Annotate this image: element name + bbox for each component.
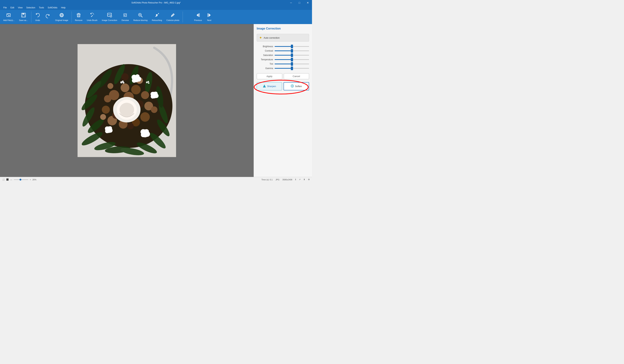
svg-point-95 [123, 82, 125, 84]
svg-point-97 [148, 81, 149, 82]
tint-slider[interactable] [275, 64, 309, 64]
brightness-slider[interactable] [275, 46, 309, 47]
saturation-row: Saturation [257, 54, 309, 56]
main-area: Image Correction ✦ Auto correction Brigh… [0, 24, 312, 177]
brightness-label: Brightness [257, 45, 273, 48]
svg-point-14 [123, 13, 124, 14]
menu-help[interactable]: Help [59, 6, 68, 9]
reduce-blurring-button[interactable]: Reduce blurring [131, 11, 149, 23]
right-panel: Image Correction ✦ Auto correction Brigh… [254, 24, 312, 177]
save-as-button[interactable]: Save as... [17, 11, 30, 23]
denoise-icon [123, 13, 128, 18]
colorize-button[interactable]: Colorize photo [165, 11, 181, 23]
save-icon[interactable]: ⬇ [303, 178, 305, 181]
cancel-button[interactable]: Cancel [284, 73, 309, 79]
svg-point-15 [126, 13, 127, 14]
canvas-image [0, 24, 254, 177]
remove-button[interactable]: Remove [73, 11, 84, 23]
time-label: Time (s): 0.1 [261, 179, 273, 181]
svg-marker-27 [208, 13, 211, 17]
undo-brush-label: Undo Brush [87, 19, 97, 21]
contrast-slider[interactable] [275, 50, 309, 51]
gamma-slider[interactable] [275, 68, 309, 69]
format-label: JPG [276, 179, 279, 181]
saturation-slider[interactable] [275, 55, 309, 56]
soften-icon [291, 84, 294, 88]
undo-label: Undo [35, 19, 40, 21]
svg-rect-6 [23, 15, 25, 17]
zoom-slider-container [14, 179, 28, 180]
svg-point-77 [132, 78, 136, 83]
sharpen-soften-row: Sharpen Soften [257, 82, 309, 90]
svg-point-57 [102, 106, 110, 114]
zoom-level: 26% [32, 179, 36, 181]
menu-selection[interactable]: Selection [25, 6, 37, 9]
soften-button[interactable]: Soften [284, 82, 309, 90]
svg-rect-0 [7, 14, 10, 17]
svg-point-16 [126, 16, 127, 17]
tint-row: Tint [257, 63, 309, 65]
apply-button[interactable]: Apply [257, 73, 282, 79]
toolbar: Add File(s)... Save as... Undo [0, 10, 312, 24]
slider-group: Brightness Contrast Saturation [257, 45, 309, 69]
divider-1 [31, 11, 31, 23]
svg-point-81 [154, 94, 158, 98]
menu-file[interactable]: File [1, 6, 9, 9]
temperature-slider[interactable] [275, 59, 309, 60]
add-files-icon [6, 13, 11, 18]
original-image-button[interactable]: Original Image [53, 11, 70, 23]
window-title: SoftOrbits Photo Retoucher Pro - IMG_460… [131, 1, 181, 4]
menu-tools[interactable]: Tools [37, 6, 46, 9]
selection-icon: ⬛ [6, 178, 9, 181]
svg-point-76 [136, 76, 141, 82]
minimize-button[interactable]: ─ [287, 0, 295, 5]
svg-point-82 [151, 94, 155, 99]
svg-point-69 [127, 123, 134, 129]
svg-point-66 [121, 73, 129, 81]
zoom-slider[interactable] [14, 179, 28, 180]
menu-edit[interactable]: Edit [9, 6, 16, 9]
status-right: Time (s): 0.1 JPG 3580x2408 ℹ ↗ ⬇ ⚙ [261, 178, 310, 181]
svg-marker-99 [263, 85, 266, 88]
undo-brush-button[interactable]: Undo Brush [85, 11, 99, 23]
redo-icon [45, 14, 50, 20]
info-icon[interactable]: ℹ [295, 178, 296, 181]
auto-correction-button[interactable]: ✦ Auto correction [257, 34, 309, 42]
add-files-button[interactable]: Add File(s)... [1, 11, 16, 23]
contrast-row: Contrast [257, 49, 309, 52]
menu-softorbits[interactable]: SoftOrbits [46, 6, 59, 9]
settings-icon[interactable]: ⚙ [308, 178, 310, 181]
retouching-button[interactable]: Retouching [150, 11, 164, 23]
share-icon[interactable]: ↗ [299, 178, 301, 181]
previous-icon [195, 13, 201, 18]
svg-point-72 [120, 103, 134, 117]
colorize-label: Colorize photo [166, 19, 179, 21]
denoise-button[interactable]: Denoise [120, 11, 131, 23]
previous-button[interactable]: Previous [192, 11, 204, 23]
zoom-minus[interactable]: — [10, 179, 12, 181]
svg-point-64 [151, 106, 157, 113]
svg-point-98 [148, 82, 149, 84]
maximize-button[interactable]: □ [295, 0, 304, 5]
redo-button[interactable] [43, 11, 52, 23]
next-button[interactable]: Next [205, 11, 214, 23]
next-icon [206, 13, 212, 18]
image-correction-button[interactable]: Image Correction [100, 11, 119, 23]
undo-button[interactable]: Undo [33, 11, 42, 23]
sharpen-button[interactable]: Sharpen [257, 82, 282, 90]
brightness-row: Brightness [257, 45, 309, 48]
image-correction-label: Image Correction [102, 19, 117, 21]
menu-view[interactable]: View [16, 6, 25, 9]
zoom-plus[interactable]: + [30, 179, 31, 181]
photo-svg [78, 44, 176, 157]
view-icon: ⬜ [2, 178, 5, 181]
save-icon [21, 13, 26, 18]
canvas-area [0, 24, 254, 177]
close-button[interactable]: ✕ [304, 0, 312, 5]
svg-point-58 [104, 95, 111, 102]
svg-point-23 [158, 13, 159, 14]
saturation-label: Saturation [257, 54, 273, 56]
svg-point-22 [156, 14, 157, 15]
image-correction-icon [107, 13, 112, 18]
sharpen-label: Sharpen [267, 85, 276, 88]
